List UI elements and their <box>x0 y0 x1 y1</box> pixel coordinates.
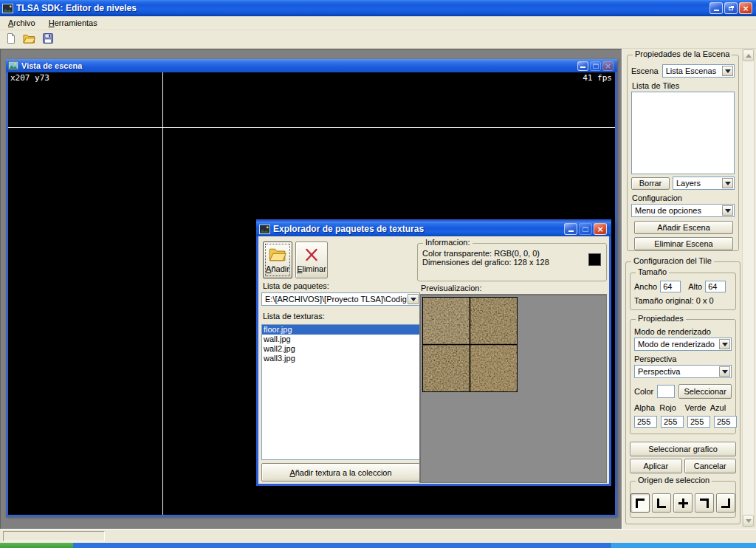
width-field[interactable] <box>660 281 681 292</box>
original-size-label: Tamaño original: 0 x 0 <box>634 296 732 305</box>
packages-list-label: Lista de paquetes: <box>263 281 329 290</box>
dialog-close-icon[interactable]: × <box>594 223 607 235</box>
perspective-label: Perspectiva <box>634 355 732 363</box>
scroll-down-icon[interactable] <box>743 515 754 527</box>
picture-icon <box>8 61 18 71</box>
render-mode-combo[interactable]: Modo de renderizado <box>634 338 732 351</box>
chevron-down-icon[interactable] <box>722 66 733 76</box>
scene-minimize-icon[interactable] <box>577 61 588 71</box>
origin-bottom-right-button[interactable] <box>716 493 735 513</box>
color-label: Color <box>634 387 653 396</box>
restore-icon[interactable] <box>724 2 738 14</box>
apply-button[interactable]: Aplicar <box>630 459 682 473</box>
select-color-button[interactable]: Seleccionar <box>678 384 732 399</box>
add-package-button[interactable]: Añadir <box>263 242 292 278</box>
color-swatch <box>657 385 675 398</box>
select-graphic-button[interactable]: Seleccionar grafico <box>630 442 736 456</box>
menu-herramientas[interactable]: Herramientas <box>42 17 104 29</box>
open-file-button[interactable] <box>21 31 38 47</box>
chevron-down-icon[interactable] <box>722 178 733 188</box>
alpha-field[interactable] <box>634 416 657 428</box>
add-scene-button[interactable]: Añadir Escena <box>634 221 733 234</box>
remove-package-button[interactable]: Eliminar <box>295 242 328 278</box>
green-label: Verde <box>685 403 707 412</box>
dimensions-label: Dimensiones del grafico: 128 x 128 <box>422 258 602 267</box>
taskbar[interactable] <box>0 543 756 548</box>
origin-center-button[interactable] <box>673 493 693 513</box>
info-legend: Informacion: <box>423 238 472 247</box>
texture-image <box>422 297 518 392</box>
minimize-icon[interactable] <box>709 2 723 14</box>
height-label: Alto <box>688 282 702 291</box>
delete-tile-button[interactable]: Borrar <box>631 177 670 190</box>
textures-listbox[interactable]: floor.jpg wall.jpg wall2.jpg wall3.jpg <box>261 324 420 460</box>
chevron-down-icon[interactable] <box>408 294 419 304</box>
menubar: Archivo Herramientas <box>0 16 756 30</box>
size-legend: Tamaño <box>636 267 669 276</box>
render-mode-label: Modo de renderizado <box>634 327 732 336</box>
texture-list-item[interactable]: wall3.jpg <box>262 354 419 363</box>
scene-view-titlebar[interactable]: Vista de escena × <box>6 59 617 72</box>
close-icon[interactable]: × <box>739 2 752 14</box>
grid-line-horizontal <box>8 127 615 128</box>
corner-bottom-left-icon <box>657 499 666 508</box>
options-combo[interactable]: Menu de opciones <box>631 204 735 217</box>
blue-label: Azul <box>710 403 732 412</box>
panel-scrollbar[interactable] <box>742 49 755 527</box>
start-button[interactable] <box>0 543 73 548</box>
red-x-icon <box>303 247 320 264</box>
tile-properties-group: Propiedades Modo de renderizado Modo de … <box>630 319 736 434</box>
green-field[interactable] <box>687 416 710 428</box>
app-icon <box>2 3 13 14</box>
origin-top-left-button[interactable] <box>630 493 650 513</box>
status-panel <box>3 531 105 541</box>
new-file-button[interactable] <box>2 31 19 47</box>
red-field[interactable] <box>661 416 684 428</box>
grid-line-vertical <box>162 72 163 515</box>
origin-bottom-left-button[interactable] <box>652 493 671 513</box>
properties-panel: Propiedades de la Escena Escena Lista Es… <box>622 49 756 529</box>
alpha-label: Alpha <box>634 403 656 412</box>
layers-combo[interactable]: Layers <box>673 177 735 190</box>
size-group: Tamaño Ancho Alto Tamaño original: 0 x 0 <box>630 273 736 310</box>
scene-properties-group: Propiedades de la Escena Escena Lista Es… <box>627 55 739 251</box>
add-texture-to-collection-button[interactable]: Añadir textura a la coleccion <box>261 463 420 482</box>
texture-list-item[interactable]: floor.jpg <box>262 325 419 335</box>
red-label: Rojo <box>659 403 681 412</box>
chevron-down-icon[interactable] <box>719 366 730 377</box>
height-field[interactable] <box>705 281 726 292</box>
perspective-combo[interactable]: Perspectiva <box>634 365 732 378</box>
statusbar <box>0 529 756 543</box>
cancel-button[interactable]: Cancelar <box>684 459 737 473</box>
new-document-icon <box>5 32 17 46</box>
scene-view-title: Vista de escena <box>21 61 577 70</box>
preview-label: Previsualizacion: <box>421 284 482 292</box>
scene-maximize-icon <box>590 61 601 71</box>
blue-field[interactable] <box>714 416 737 428</box>
chevron-down-icon[interactable] <box>722 205 733 216</box>
menu-archivo[interactable]: Archivo <box>1 17 42 29</box>
selection-origin-group: Origen de seleccion <box>630 481 736 518</box>
tiles-listbox[interactable] <box>631 92 735 174</box>
transparent-color-swatch <box>588 253 601 266</box>
texture-list-item[interactable]: wall2.jpg <box>262 344 419 354</box>
configuration-label: Configuracion <box>632 193 735 202</box>
scene-combo[interactable]: Lista Escenas <box>662 64 735 78</box>
dialog-minimize-icon[interactable] <box>564 223 577 235</box>
texture-list-item[interactable]: wall.jpg <box>262 335 419 344</box>
textures-list-label: Lista de texturas: <box>263 312 325 321</box>
origin-top-right-button[interactable] <box>695 493 714 513</box>
corner-top-left-icon <box>636 499 645 508</box>
save-button[interactable] <box>39 31 56 47</box>
chevron-down-icon[interactable] <box>719 339 730 349</box>
width-label: Ancho <box>634 282 657 291</box>
remove-scene-button[interactable]: Eliminar Escena <box>634 237 733 250</box>
scene-properties-legend: Propiedades de la Escena <box>633 49 732 58</box>
taskbar-button[interactable] <box>610 543 756 548</box>
dialog-titlebar[interactable]: Explorador de paquetes de texturas × <box>256 222 611 236</box>
open-folder-icon <box>269 247 286 264</box>
scroll-up-icon[interactable] <box>743 49 754 61</box>
main-titlebar[interactable]: TLSA SDK: Editor de niveles × <box>0 0 756 16</box>
package-path-combo[interactable]: E:\[ARCHIVOS]\[Proyecto TLSA]\Codig <box>261 292 420 306</box>
cursor-coordinates: x207 y73 <box>10 73 49 83</box>
